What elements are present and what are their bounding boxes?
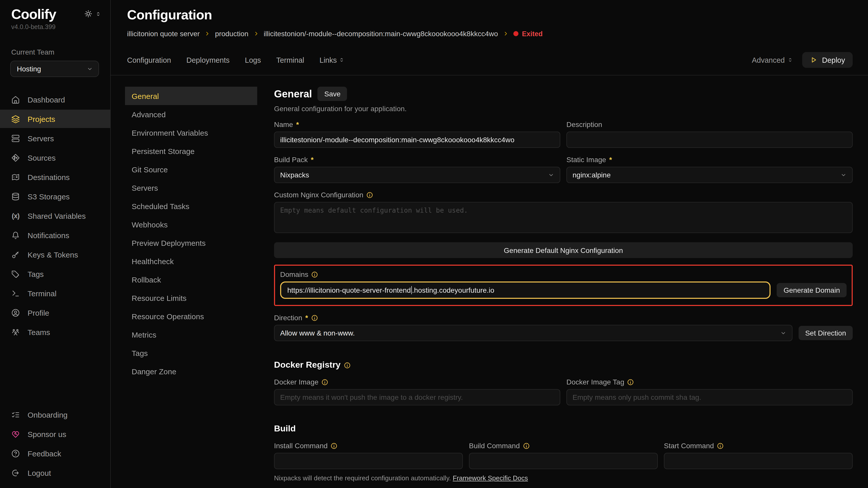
sidebar-item-servers[interactable]: Servers	[0, 129, 110, 148]
sidebar-item-tags[interactable]: Tags	[0, 265, 110, 283]
page-title: Configuration	[127, 7, 853, 23]
config-nav-git-source[interactable]: Git Source	[125, 160, 257, 178]
info-icon[interactable]	[344, 362, 351, 368]
sidebar-item-feedback[interactable]: Feedback	[0, 444, 110, 462]
tab-deployments[interactable]: Deployments	[187, 56, 229, 64]
status-dot-icon	[513, 31, 519, 36]
sidebar-item-label: Feedback	[28, 449, 61, 458]
build-pack-label: Build Pack*	[274, 156, 560, 164]
status-text: Exited	[522, 30, 543, 37]
config-nav-advanced[interactable]: Advanced	[125, 105, 257, 123]
config-nav-resource-operations[interactable]: Resource Operations	[125, 307, 257, 325]
config-nav-tags[interactable]: Tags	[125, 344, 257, 362]
info-icon[interactable]	[366, 192, 373, 198]
description-input[interactable]	[566, 132, 853, 148]
team-select[interactable]: Hosting	[10, 61, 99, 77]
sidebar-item-dashboard[interactable]: Dashboard	[0, 90, 110, 109]
info-icon[interactable]	[627, 379, 634, 385]
status-badge: Exited	[513, 30, 543, 37]
name-label: Name*	[274, 120, 560, 129]
generate-nginx-button[interactable]: Generate Default Nginx Configuration	[274, 242, 853, 258]
chevrons-up-down-icon[interactable]	[95, 11, 101, 17]
tab-links[interactable]: Links	[319, 56, 344, 64]
sidebar-item-sources[interactable]: Sources	[0, 149, 110, 167]
tab-configuration[interactable]: Configuration	[127, 56, 171, 64]
sidebar-item-destinations[interactable]: Destinations	[0, 168, 110, 186]
sidebar-item-onboarding[interactable]: Onboarding	[0, 405, 110, 424]
config-nav-persistent-storage[interactable]: Persistent Storage	[125, 142, 257, 160]
name-input[interactable]	[274, 132, 560, 148]
info-icon[interactable]	[717, 442, 723, 449]
sidebar-item-notifications[interactable]: Notifications	[0, 226, 110, 244]
sun-icon[interactable]	[84, 10, 92, 18]
config-nav-metrics[interactable]: Metrics	[125, 325, 257, 344]
docker-registry-heading: Docker Registry	[274, 360, 853, 370]
sidebar-footer: Onboarding Sponsor us Feedback Logout	[0, 405, 110, 488]
config-nav-scheduled-tasks[interactable]: Scheduled Tasks	[125, 197, 257, 215]
static-image-select[interactable]: nginx:alpine	[566, 167, 853, 183]
sidebar-item-label: Servers	[28, 134, 54, 142]
chevrons-up-down-icon	[787, 57, 793, 63]
sidebar-item-profile[interactable]: Profile	[0, 303, 110, 322]
config-nav-servers[interactable]: Servers	[125, 178, 257, 197]
map-icon	[11, 173, 20, 181]
sidebar-item-terminal[interactable]: Terminal	[0, 284, 110, 302]
breadcrumb-environment[interactable]: production	[215, 30, 249, 38]
main-area: Configuration illicitonion quote server …	[111, 0, 868, 488]
docker-image-tag-input[interactable]	[566, 389, 853, 405]
save-button[interactable]: Save	[318, 87, 347, 101]
config-nav-danger-zone[interactable]: Danger Zone	[125, 362, 257, 381]
domains-input[interactable]: https://illicitonion-quote-server-fronte…	[280, 282, 771, 299]
direction-select[interactable]: Allow www & non-www.	[274, 325, 793, 341]
config-nav-healthcheck[interactable]: Healthcheck	[125, 252, 257, 270]
app-window: Coolify v4.0.0-beta.399 Current Team Hos…	[0, 0, 868, 488]
sidebar-item-logout[interactable]: Logout	[0, 463, 110, 482]
play-icon	[810, 56, 817, 64]
build-command-label: Build Command	[469, 442, 658, 450]
set-direction-button[interactable]: Set Direction	[799, 326, 853, 340]
info-icon[interactable]	[331, 442, 337, 449]
sidebar-item-label: Keys & Tokens	[28, 250, 78, 259]
config-nav-environment-variables[interactable]: Environment Variables	[125, 123, 257, 142]
key-icon	[11, 250, 20, 259]
info-icon[interactable]	[523, 442, 529, 449]
info-icon[interactable]	[321, 379, 328, 385]
deploy-button[interactable]: Deploy	[802, 52, 853, 68]
config-nav-rollback[interactable]: Rollback	[125, 270, 257, 289]
static-image-label: Static Image*	[566, 156, 853, 164]
sidebar-item-s3-storages[interactable]: S3 Storages	[0, 187, 110, 205]
sidebar-item-projects[interactable]: Projects	[0, 110, 110, 128]
config-nav-general[interactable]: General	[125, 87, 257, 105]
advanced-toggle[interactable]: Advanced	[752, 56, 793, 64]
breadcrumb-application[interactable]: illicitestonion/-module--decomposition:m…	[264, 30, 498, 38]
sidebar-item-sponsor-us[interactable]: Sponsor us	[0, 425, 110, 443]
domains-label: Domains	[280, 270, 846, 279]
tab-terminal[interactable]: Terminal	[276, 56, 304, 64]
config-nav-webhooks[interactable]: Webhooks	[125, 215, 257, 233]
build-command-input[interactable]	[469, 453, 658, 469]
install-command-input[interactable]	[274, 453, 463, 469]
config-nav-preview-deployments[interactable]: Preview Deployments	[125, 233, 257, 252]
sidebar-nav: Dashboard Projects Servers Sources Desti…	[0, 90, 110, 341]
server-icon	[11, 134, 20, 142]
sidebar-item-keys-tokens[interactable]: Keys & Tokens	[0, 245, 110, 264]
info-icon[interactable]	[312, 271, 318, 278]
docker-image-input[interactable]	[274, 389, 560, 405]
sidebar-item-shared-variables[interactable]: (x) Shared Variables	[0, 206, 110, 225]
config-nav-resource-limits[interactable]: Resource Limits	[125, 289, 257, 307]
framework-docs-link[interactable]: Framework Specific Docs	[453, 474, 528, 482]
info-icon[interactable]	[311, 314, 318, 321]
sidebar-item-teams[interactable]: Teams	[0, 323, 110, 341]
sidebar-item-label: Profile	[28, 308, 49, 317]
chevron-down-icon	[840, 171, 847, 178]
tab-logs[interactable]: Logs	[245, 56, 261, 64]
breadcrumb: illicitonion quote server production ill…	[127, 30, 853, 38]
start-command-input[interactable]	[664, 453, 853, 469]
breadcrumb-project[interactable]: illicitonion quote server	[127, 30, 200, 38]
nixpacks-note: Nixpacks will detect the required config…	[274, 474, 853, 482]
build-pack-select[interactable]: Nixpacks	[274, 167, 560, 183]
chevron-down-icon	[780, 329, 787, 336]
generate-domain-button[interactable]: Generate Domain	[777, 283, 846, 297]
chevron-right-icon	[503, 31, 509, 37]
custom-nginx-textarea[interactable]	[274, 202, 853, 233]
